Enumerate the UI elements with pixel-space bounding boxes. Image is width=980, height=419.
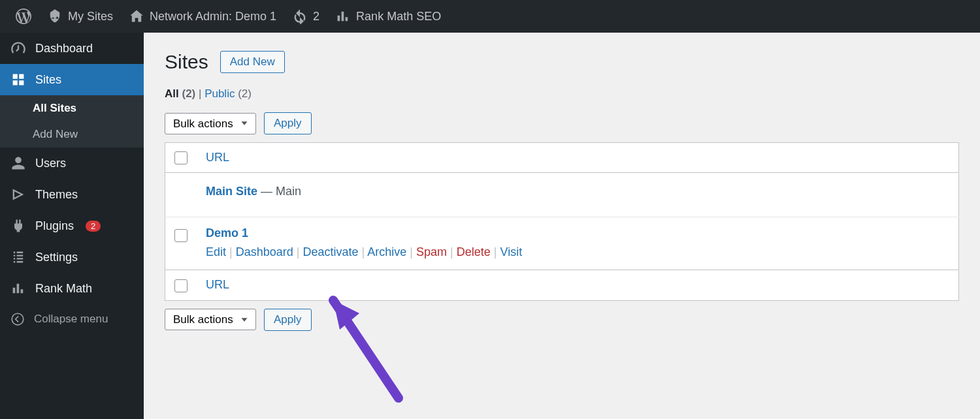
action-deactivate[interactable]: Deactivate [303,245,359,258]
submenu-all-sites[interactable]: All Sites [0,95,144,121]
rankmath-icon [10,281,26,296]
multisite-icon [47,8,63,24]
users-icon [10,155,26,171]
sidebar-dashboard-label: Dashboard [35,42,93,55]
updates-count: 2 [313,10,319,23]
bar-chart-icon [335,8,351,24]
select-all-header[interactable] [165,143,197,173]
sidebar-themes-label: Themes [35,188,78,202]
sidebar-item-settings[interactable]: Settings [0,241,144,273]
collapse-icon [10,312,25,326]
sidebar-item-rankmath[interactable]: Rank Math [0,273,144,304]
page-title: Sites [165,51,208,73]
table-row: Main Site — Main [165,173,959,217]
dashboard-icon [10,40,26,56]
column-url-header[interactable]: URL [197,143,959,173]
filter-public[interactable]: Public (2) [204,87,252,100]
sidebar-users-label: Users [35,157,66,170]
my-sites-link[interactable]: My Sites [39,0,121,33]
action-edit[interactable]: Edit [206,245,226,258]
row-checkbox[interactable] [174,229,188,242]
page-content: Sites Add New All (2) | Public (2) Bulk … [144,33,980,419]
action-dashboard[interactable]: Dashboard [236,245,293,258]
svg-point-0 [12,313,24,325]
my-sites-label: My Sites [68,10,113,23]
sidebar-plugins-label: Plugins [35,219,74,233]
sidebar-item-dashboard[interactable]: Dashboard [0,33,144,64]
home-icon [129,8,144,24]
refresh-icon [292,8,308,24]
wordpress-icon [16,8,31,24]
sidebar-settings-label: Settings [35,251,78,264]
sidebar-rankmath-label: Rank Math [35,282,92,296]
collapse-label: Collapse menu [34,313,108,326]
plugins-icon [10,218,26,234]
site-link-main[interactable]: Main Site [206,185,257,198]
action-visit[interactable]: Visit [500,245,522,258]
themes-icon [10,187,26,202]
sidebar-sites-label: Sites [35,73,61,87]
settings-icon [10,249,26,265]
sidebar-item-themes[interactable]: Themes [0,179,144,210]
sidebar-item-users[interactable]: Users [0,147,144,179]
network-admin-label: Network Admin: Demo 1 [150,10,276,23]
filter-links: All (2) | Public (2) [165,87,959,101]
sidebar-submenu-sites: All Sites Add New [0,95,144,147]
sidebar-item-plugins[interactable]: Plugins 2 [0,210,144,241]
row-actions: Edit | Dashboard | Deactivate | Archive … [206,245,949,259]
apply-button-top[interactable]: Apply [264,112,312,134]
select-all-footer[interactable] [165,270,197,300]
rankmath-label: Rank Math SEO [356,10,441,23]
site-link-demo1[interactable]: Demo 1 [206,226,248,240]
add-new-button[interactable]: Add New [220,51,285,73]
action-spam[interactable]: Spam [416,245,447,258]
action-delete[interactable]: Delete [457,245,491,258]
collapse-menu[interactable]: Collapse menu [0,304,144,334]
admin-sidebar: Dashboard Sites All Sites Add New Users … [0,33,144,419]
apply-button-bottom[interactable]: Apply [264,309,312,331]
wp-logo[interactable] [8,0,39,33]
sites-icon [10,72,26,87]
action-archive[interactable]: Archive [367,245,406,258]
tablenav-bottom: Bulk actions Apply [165,309,959,331]
column-url-footer[interactable]: URL [197,270,959,300]
submenu-add-new[interactable]: Add New [0,121,144,147]
bulk-actions-select-bottom[interactable]: Bulk actions [165,309,256,330]
filter-all[interactable]: All (2) [165,87,195,100]
plugins-badge: 2 [86,221,101,232]
site-tag-main: — Main [257,185,301,198]
tablenav-top: Bulk actions Apply [165,112,959,134]
sidebar-item-sites[interactable]: Sites [0,64,144,95]
admin-bar: My Sites Network Admin: Demo 1 2 Rank Ma… [0,0,980,33]
updates-link[interactable]: 2 [284,0,327,33]
table-row: Demo 1 Edit | Dashboard | Deactivate | A… [165,217,959,270]
network-admin-link[interactable]: Network Admin: Demo 1 [121,0,284,33]
page-heading: Sites Add New [165,51,959,73]
sites-table: URL Main Site — Main Demo 1 Edit | Dashb… [165,142,959,301]
rankmath-link[interactable]: Rank Math SEO [327,0,449,33]
bulk-actions-select-top[interactable]: Bulk actions [165,113,256,134]
